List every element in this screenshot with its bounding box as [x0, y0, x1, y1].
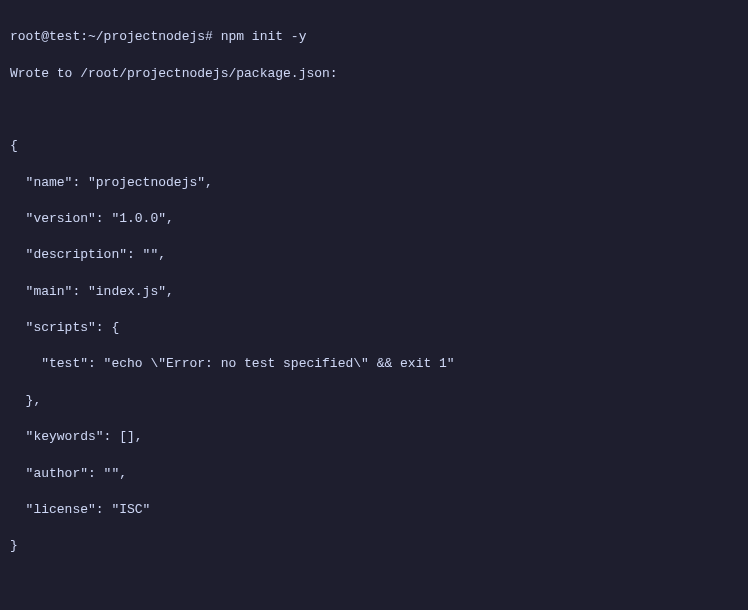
json-line: "test": "echo \"Error: no test specified…	[10, 355, 738, 373]
json-line: "description": "",	[10, 246, 738, 264]
json-line: "scripts": {	[10, 319, 738, 337]
output-wrote: Wrote to /root/projectnodejs/package.jso…	[10, 65, 738, 83]
json-line: },	[10, 392, 738, 410]
shell-prompt: root@test:~/projectnodejs#	[10, 29, 221, 44]
json-line: }	[10, 537, 738, 555]
command-line-1: root@test:~/projectnodejs# npm init -y	[10, 28, 738, 46]
json-line: {	[10, 137, 738, 155]
json-line: "author": "",	[10, 465, 738, 483]
terminal-output[interactable]: root@test:~/projectnodejs# npm init -y W…	[10, 10, 738, 610]
command-text: npm init -y	[221, 29, 307, 44]
blank-line	[10, 574, 738, 592]
json-line: "name": "projectnodejs",	[10, 174, 738, 192]
blank-line	[10, 101, 738, 119]
json-line: "main": "index.js",	[10, 283, 738, 301]
json-line: "license": "ISC"	[10, 501, 738, 519]
json-line: "version": "1.0.0",	[10, 210, 738, 228]
json-line: "keywords": [],	[10, 428, 738, 446]
